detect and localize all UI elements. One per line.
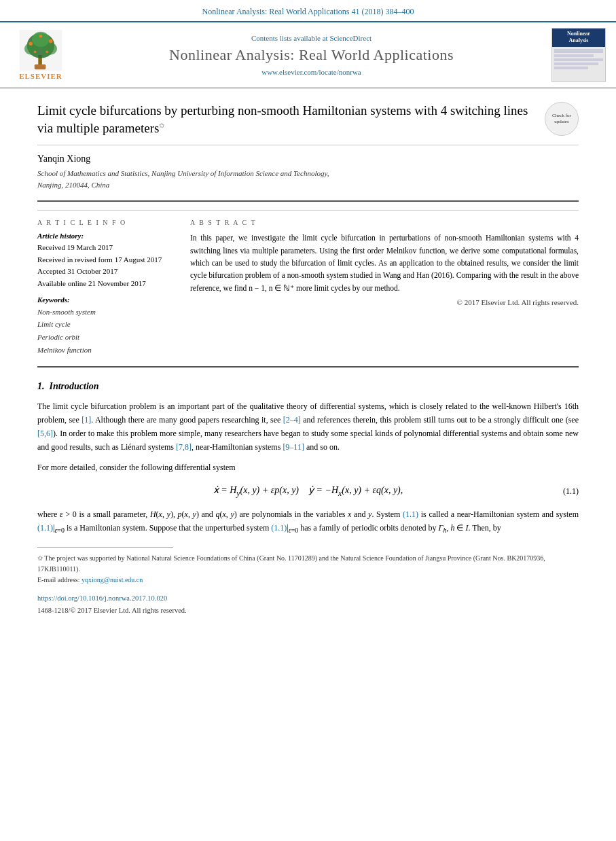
article-received: Received 19 March 2017 Received in revis…: [37, 242, 173, 289]
journal-center-header: Contents lists available at ScienceDirec…: [78, 34, 545, 76]
svg-point-8: [49, 39, 53, 43]
issn-text: 1468-1218/© 2017 Elsevier Ltd. All right…: [37, 605, 579, 617]
page: Nonlinear Analysis: Real World Applicati…: [0, 0, 616, 841]
footnote-star: ✩ The project was supported by National …: [37, 553, 579, 575]
author-name: Yanqin Xiong: [37, 154, 579, 164]
section-divider-bottom: [37, 210, 579, 211]
section-divider-top: [37, 200, 579, 202]
abstract-label: A B S T R A C T: [190, 219, 579, 226]
elsevier-tree-icon: [18, 30, 64, 71]
eq-ref-1-1a: (1.1): [403, 509, 418, 519]
equation-1-1-block: ẋ = Hy(x, y) + εp(x, y) ẏ = −Hx(x, y) + …: [37, 484, 579, 498]
svg-point-9: [39, 35, 43, 38]
eq-ref-1-1c: (1.1): [271, 523, 287, 533]
svg-point-11: [46, 50, 48, 53]
svg-rect-2: [35, 65, 46, 69]
doi-section: https://doi.org/10.1016/j.nonrwa.2017.10…: [37, 592, 579, 617]
equation-1-1: ẋ = Hy(x, y) + εp(x, y) ẏ = −Hx(x, y) + …: [213, 484, 403, 498]
article-info: A R T I C L E I N F O Article history: R…: [37, 219, 173, 356]
sciencedirect-link: Contents lists available at ScienceDirec…: [78, 34, 545, 42]
keyword-2: Limit cycle: [37, 318, 173, 331]
svg-point-10: [34, 50, 37, 53]
footnote-divider: [37, 547, 173, 548]
intro-paragraph-2: For more detailed, consider the followin…: [37, 461, 579, 475]
intro-top-divider: [37, 366, 579, 368]
svg-point-7: [29, 42, 33, 46]
svg-point-6: [32, 32, 50, 47]
keyword-4: Melnikov function: [37, 344, 173, 357]
equation-number-1-1: (1.1): [563, 486, 579, 497]
journal-url: www.elsevier.com/locate/nonrwa: [78, 68, 545, 76]
journal-citation: Nonlinear Analysis: Real World Applicati…: [0, 0, 616, 21]
ref-2-4: [2–4]: [283, 415, 301, 425]
journal-thumbnail: NonlinearAnalysis: [551, 28, 606, 82]
thumb-title: NonlinearAnalysis: [567, 31, 590, 43]
ref-9-11: [9–11]: [283, 442, 304, 452]
title-footnote-marker: ✩: [159, 121, 164, 128]
abstract-section: A B S T R A C T In this paper, we invest…: [190, 219, 579, 356]
introduction-title: 1. Introduction: [37, 381, 579, 392]
intro-paragraph-3: where ε > 0 is a small parameter, H(x, y…: [37, 508, 579, 537]
title-divider: [37, 145, 579, 145]
affiliation: School of Mathematics and Statistics, Na…: [37, 168, 579, 190]
keyword-1: Non-smooth system: [37, 306, 173, 319]
abstract-text: In this paper, we investigate the limit …: [190, 232, 579, 294]
elsevier-brand: ELSEVIER: [19, 72, 62, 80]
eq-ref-1-1b: (1.1): [37, 523, 53, 533]
paper-title-section: Limit cycle bifurcations by perturbing n…: [37, 102, 579, 137]
ref-1: [1]: [81, 415, 91, 425]
keywords-label: Keywords:: [37, 296, 173, 304]
footnote-email: E-mail address: yqxiong@nuist.edu.cn: [37, 575, 579, 586]
journal-header: ELSEVIER Contents lists available at Sci…: [0, 21, 616, 88]
two-column-section: A R T I C L E I N F O Article history: R…: [37, 219, 579, 356]
copyright: © 2017 Elsevier Ltd. All rights reserved…: [190, 298, 579, 306]
article-body: Limit cycle bifurcations by perturbing n…: [0, 88, 616, 630]
article-history-title: Article history:: [37, 232, 173, 240]
journal-title: Nonlinear Analysis: Real World Applicati…: [78, 46, 545, 64]
article-info-label: A R T I C L E I N F O: [37, 219, 173, 226]
check-updates-badge: Check for updates: [545, 102, 579, 136]
intro-paragraph-1: The limit cycle bifurcation problem is a…: [37, 400, 579, 454]
elsevier-logo: ELSEVIER: [10, 30, 71, 80]
email-link[interactable]: yqxiong@nuist.edu.cn: [81, 576, 143, 584]
sciencedirect-label: ScienceDirect: [329, 34, 372, 42]
journal-citation-text: Nonlinear Analysis: Real World Applicati…: [202, 7, 414, 16]
keyword-3: Periodic orbit: [37, 331, 173, 344]
ref-5-6: [5,6]: [37, 429, 53, 438]
doi-link: https://doi.org/10.1016/j.nonrwa.2017.10…: [37, 592, 579, 605]
ref-7-8: [7,8]: [176, 442, 192, 452]
paper-title: Limit cycle bifurcations by perturbing n…: [37, 102, 545, 137]
introduction-section: 1. Introduction The limit cycle bifurcat…: [37, 381, 579, 536]
